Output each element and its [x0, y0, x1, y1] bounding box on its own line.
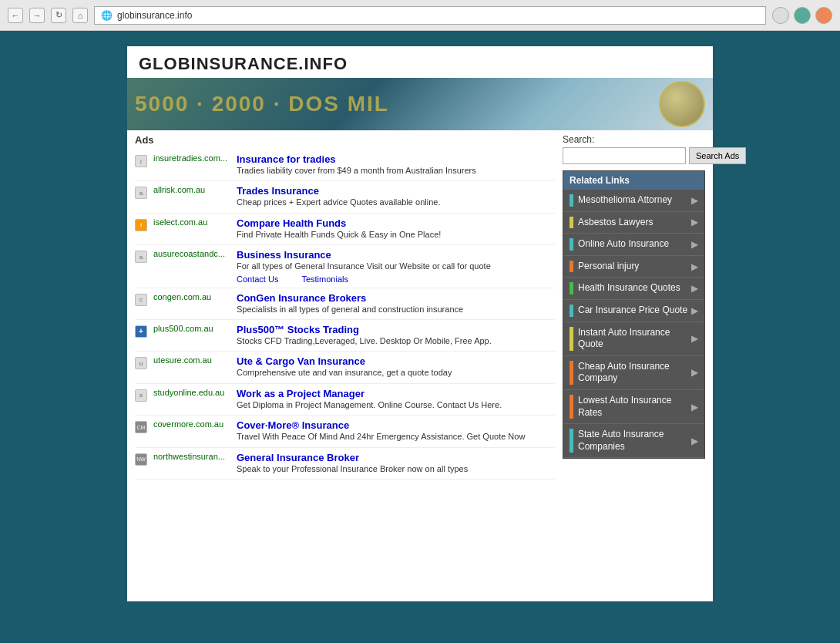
related-link-arrow: ▶: [691, 239, 698, 250]
ad-title[interactable]: Business Insurance: [237, 249, 555, 261]
ad-title[interactable]: Trades Insurance: [237, 185, 555, 197]
ad-item: c congen.com.au ConGen Insurance Brokers…: [135, 288, 555, 320]
ad-title[interactable]: Ute & Cargo Van Insurance: [237, 355, 555, 367]
refresh-button[interactable]: ↻: [51, 8, 66, 23]
related-link-text: Car Insurance Price Quote: [578, 305, 688, 317]
related-link-arrow: ▶: [691, 305, 698, 316]
forward-button[interactable]: →: [29, 8, 45, 23]
sidebar: Search: Search Ads Related Links Mesothe…: [563, 134, 705, 480]
related-link-arrow: ▶: [691, 195, 698, 206]
ad-item: + plus500.com.au Plus500™ Stocks Trading…: [135, 320, 555, 352]
ad-favicon: s: [135, 389, 147, 402]
related-link-item[interactable]: Car Insurance Price Quote ▶: [563, 300, 704, 322]
ad-domain: congen.com.au: [153, 292, 230, 301]
ad-favicon: a: [135, 251, 147, 263]
search-section: Search: Search Ads: [563, 134, 705, 164]
ad-item: u utesure.com.au Ute & Cargo Van Insuran…: [135, 352, 555, 383]
ad-favicon: u: [135, 357, 147, 369]
related-links-list: Mesothelioma Attorney ▶ Asbestos Lawyers…: [563, 190, 704, 458]
ad-domain: insuretradies.com...: [153, 153, 230, 163]
ad-domain: covermore.com.au: [153, 419, 230, 429]
ad-domain: plus500.com.au: [153, 324, 230, 333]
ad-desc: Comprehensive ute and van insurance, get…: [237, 367, 555, 379]
page-icon: 🌐: [101, 10, 113, 21]
ad-title[interactable]: Cover·More® Insurance: [237, 419, 555, 431]
related-link-text: Lowest Auto Insurance Rates: [578, 395, 688, 419]
profile-icon-3: [815, 7, 832, 24]
ad-link-1[interactable]: Contact Us: [237, 274, 278, 284]
ad-favicon: i: [135, 155, 147, 167]
ad-desc: Find Private Health Funds Quick & Easy i…: [237, 229, 555, 241]
home-button[interactable]: ⌂: [72, 8, 88, 23]
ad-content: Work as a Project Manager Get Diploma in…: [237, 388, 555, 411]
ad-content: ConGen Insurance Brokers Specialists in …: [237, 292, 555, 315]
related-link-item[interactable]: Asbestos Lawyers ▶: [563, 212, 704, 234]
ad-item: a allrisk.com.au Trades Insurance Cheap …: [135, 181, 555, 213]
related-link-arrow: ▶: [691, 367, 698, 378]
ad-desc: Stocks CFD Trading,Leveraged, Live. Desk…: [237, 335, 555, 347]
ad-desc: Cheap prices + Expert advice Quotes avai…: [237, 197, 555, 208]
related-link-item[interactable]: Online Auto Insurance ▶: [563, 234, 704, 256]
ad-domain: utesure.com.au: [153, 355, 230, 365]
ad-desc: Get Diploma in Project Management. Onlin…: [237, 399, 555, 411]
ad-title[interactable]: Compare Health Funds: [237, 217, 555, 229]
related-link-text: Online Auto Insurance: [578, 238, 688, 251]
related-link-text: Asbestos Lawyers: [578, 217, 688, 229]
ad-domain: allrisk.com.au: [153, 185, 230, 194]
search-label: Search:: [563, 134, 705, 145]
search-input[interactable]: [563, 147, 686, 164]
related-link-item[interactable]: Mesothelioma Attorney ▶: [563, 190, 704, 212]
ad-title[interactable]: General Insurance Broker: [237, 452, 555, 463]
ads-column: Ads i insuretradies.com... Insurance for…: [135, 134, 555, 480]
page-wrapper: GLOBINSURANCE.INFO 5000 · 2000 · DOS MIL…: [0, 31, 840, 632]
related-link-text: Mesothelioma Attorney: [578, 194, 688, 207]
profile-icon-2: [794, 7, 811, 24]
related-link-arrow: ▶: [691, 333, 698, 344]
related-link-item[interactable]: Lowest Auto Insurance Rates ▶: [563, 390, 704, 424]
related-link-arrow: ▶: [691, 217, 698, 227]
related-link-bar: [570, 327, 573, 351]
ad-favicon: CM: [135, 421, 147, 433]
browser-chrome: ← → ↻ ⌂ 🌐 globinsurance.info: [0, 0, 840, 31]
related-link-bar: [570, 305, 573, 317]
related-link-item[interactable]: Personal injury ▶: [563, 256, 704, 278]
ad-desc: For all types of General Insurance Visit…: [237, 261, 555, 272]
address-bar[interactable]: 🌐 globinsurance.info: [94, 6, 766, 25]
ad-favicon: NW: [135, 453, 147, 466]
ad-content: Business Insurance For all types of Gene…: [237, 249, 555, 283]
ad-item: i iselect.com.au Compare Health Funds Fi…: [135, 214, 555, 245]
ad-title[interactable]: Plus500™ Stocks Trading: [237, 324, 555, 335]
ad-favicon: i: [135, 219, 147, 231]
ad-domain: ausurecoastandc...: [153, 249, 230, 258]
related-link-text: Instant Auto Insurance Quote: [578, 327, 688, 351]
related-link-text: Health Insurance Quotes: [578, 282, 688, 295]
related-link-item[interactable]: Health Insurance Quotes ▶: [563, 278, 704, 300]
ad-favicon: +: [135, 325, 147, 338]
related-link-item[interactable]: Cheap Auto Insurance Company ▶: [563, 356, 704, 390]
related-link-item[interactable]: Instant Auto Insurance Quote ▶: [563, 322, 704, 356]
ad-item: a ausurecoastandc... Business Insurance …: [135, 245, 555, 288]
related-link-arrow: ▶: [691, 436, 698, 446]
ad-links: Contact Us Testimonials: [237, 274, 555, 284]
related-link-item[interactable]: State Auto Insurance Companies ▶: [563, 424, 704, 458]
ad-favicon: a: [135, 187, 147, 199]
related-links-box: Related Links Mesothelioma Attorney ▶ As…: [563, 170, 705, 459]
back-button[interactable]: ←: [8, 8, 23, 23]
ad-title[interactable]: ConGen Insurance Brokers: [237, 292, 555, 304]
related-link-bar: [570, 395, 573, 419]
ad-link-2[interactable]: Testimonials: [301, 274, 348, 284]
related-link-text: Cheap Auto Insurance Company: [578, 361, 688, 385]
related-link-text: Personal injury: [578, 261, 688, 273]
related-link-arrow: ▶: [691, 283, 698, 294]
site-title: GLOBINSURANCE.INFO: [139, 54, 701, 74]
site-header: GLOBINSURANCE.INFO: [127, 46, 713, 78]
header-banner: 5000 · 2000 · DOS MIL: [127, 78, 713, 130]
ad-title[interactable]: Insurance for tradies: [237, 153, 555, 165]
ad-domain: iselect.com.au: [153, 217, 230, 227]
ad-item: CM covermore.com.au Cover·More® Insuranc…: [135, 416, 555, 447]
search-button[interactable]: Search Ads: [689, 147, 746, 164]
ad-title[interactable]: Work as a Project Manager: [237, 388, 555, 399]
banner-coin: [659, 81, 705, 127]
ad-content: Ute & Cargo Van Insurance Comprehensive …: [237, 355, 555, 379]
related-link-bar: [570, 429, 573, 453]
